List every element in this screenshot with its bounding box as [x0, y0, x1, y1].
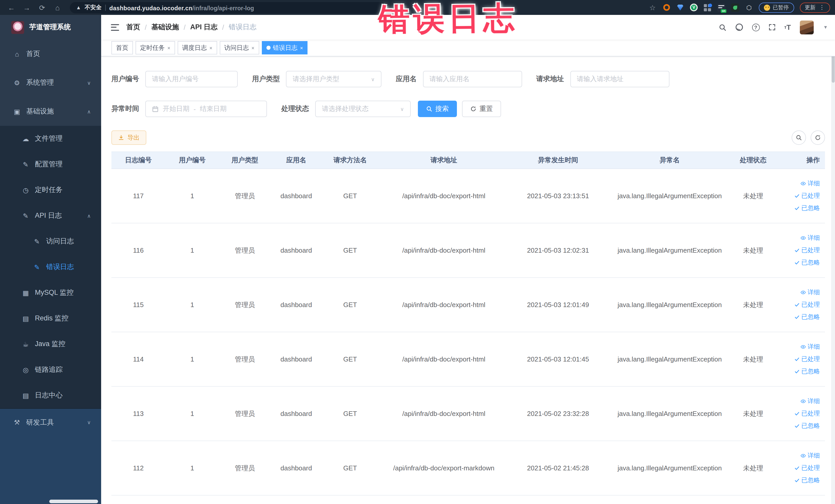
back-icon[interactable]: ← — [5, 2, 18, 13]
toggle-search-button[interactable] — [791, 130, 806, 145]
action-已忽略[interactable]: 已忽略 — [794, 204, 820, 213]
process-status-select[interactable]: 请选择处理状态∨ — [315, 101, 411, 117]
cell-method: GET — [322, 410, 378, 418]
user-id-input[interactable]: 请输入用户编号 — [145, 71, 238, 87]
browser-menu-icon[interactable]: ⋮ — [819, 4, 825, 11]
sidebar-item-API 日志[interactable]: ✎API 日志∧ — [0, 203, 101, 228]
hamburger-icon[interactable] — [111, 24, 119, 31]
sidebar-item-首页[interactable]: ⌂首页 — [0, 40, 101, 68]
page-scrollbar[interactable] — [831, 15, 835, 504]
action-已忽略[interactable]: 已忽略 — [794, 258, 820, 267]
tab-首页[interactable]: 首页 — [111, 41, 133, 55]
reload-icon[interactable]: ⟳ — [36, 2, 48, 13]
sidebar-item-Java 监控[interactable]: ☕Java 监控 — [0, 331, 101, 357]
breadcrumb-item-首页[interactable]: 首页 — [126, 23, 140, 32]
action-已处理[interactable]: 已处理 — [794, 464, 820, 472]
profile-paused-pill[interactable]: 已暂停 — [759, 2, 794, 13]
app-logo-row[interactable]: 芋道管理系统 — [0, 15, 101, 40]
sidebar-item-Redis 监控[interactable]: ▤Redis 监控 — [0, 305, 101, 331]
close-icon[interactable]: × — [251, 45, 254, 51]
extension-leaf-icon[interactable] — [731, 3, 739, 12]
bookmark-star-icon[interactable]: ☆ — [648, 3, 657, 12]
action-已处理[interactable]: 已处理 — [794, 300, 820, 309]
request-url-input[interactable]: 请输入请求地址 — [570, 71, 669, 87]
address-bar[interactable]: ▲ 不安全 dashboard.yudao.iocoder.cn/infra/l… — [70, 2, 387, 13]
close-icon[interactable]: × — [300, 45, 303, 51]
search-button[interactable]: 搜索 — [418, 101, 457, 117]
close-icon[interactable]: × — [209, 45, 212, 51]
tab-定时任务[interactable]: 定时任务× — [136, 41, 175, 55]
extension-on-icon[interactable]: on — [717, 3, 726, 12]
action-已处理[interactable]: 已处理 — [794, 355, 820, 364]
action-已忽略[interactable]: 已忽略 — [794, 476, 820, 485]
search-icon[interactable] — [718, 23, 726, 31]
search-icon — [426, 106, 432, 112]
action-详细[interactable]: 详细 — [800, 451, 820, 460]
sidebar-item-配置管理[interactable]: ✎配置管理 — [0, 152, 101, 177]
sidebar-item-系统管理[interactable]: ⚙系统管理∨ — [0, 68, 101, 97]
extension-orange-icon[interactable] — [662, 3, 670, 12]
user-avatar[interactable] — [799, 20, 813, 34]
sidebar-item-MySQL 监控[interactable]: ▦MySQL 监控 — [0, 280, 101, 305]
search-icon — [795, 135, 802, 141]
action-详细[interactable]: 详细 — [800, 179, 820, 188]
help-icon[interactable]: ? — [752, 23, 759, 31]
extension-shield-icon[interactable] — [676, 3, 684, 12]
eye-icon — [800, 289, 806, 295]
action-详细[interactable]: 详细 — [800, 343, 820, 351]
sidebar-scrollbar[interactable] — [49, 499, 98, 503]
extension-green-icon[interactable]: V — [690, 4, 698, 11]
breadcrumb-item-API 日志[interactable]: API 日志 — [190, 23, 218, 32]
sidebar-item-访问日志[interactable]: ✎访问日志 — [0, 228, 101, 254]
cell-user_id: 1 — [165, 355, 219, 363]
action-已处理[interactable]: 已处理 — [794, 409, 820, 418]
error-log-table: 日志编号用户编号用户类型应用名请求方法名请求地址异常发生时间异常名处理状态操作 … — [111, 152, 825, 496]
table-row-116: 1161管理员dashboardGET/api/infra/db-doc/exp… — [111, 223, 825, 278]
font-size-icon[interactable]: тT — [784, 23, 791, 31]
refresh-table-button[interactable] — [810, 130, 825, 145]
forward-icon[interactable]: → — [21, 2, 33, 13]
action-详细[interactable]: 详细 — [800, 234, 820, 242]
reset-button[interactable]: 重置 — [462, 101, 501, 117]
sidebar-item-label: 日志中心 — [35, 391, 63, 400]
tab-调度日志[interactable]: 调度日志× — [178, 41, 217, 55]
column-header-操作: 操作 — [774, 156, 820, 165]
page-content: 用户编号 请输入用户编号 用户类型 请选择用户类型∨ 应用名 请输入应用名 请求… — [101, 57, 835, 504]
app-name-input[interactable]: 请输入应用名 — [423, 71, 522, 87]
sidebar-menu: ⌂首页⚙系统管理∨▣基础设施∧☁文件管理✎配置管理◷定时任务✎API 日志∧✎访… — [0, 40, 101, 436]
action-已处理[interactable]: 已处理 — [794, 191, 820, 200]
close-icon[interactable]: × — [167, 45, 170, 51]
column-header-用户编号: 用户编号 — [165, 156, 219, 165]
github-icon[interactable] — [735, 23, 743, 31]
sidebar-item-定时任务[interactable]: ◷定时任务 — [0, 177, 101, 203]
cell-time: 2021-05-03 12:01:49 — [509, 301, 607, 309]
user-type-select[interactable]: 请选择用户类型∨ — [286, 71, 382, 87]
export-button[interactable]: 导出 — [111, 130, 146, 145]
action-已处理[interactable]: 已处理 — [794, 246, 820, 255]
cell-url: /api/infra/db-doc/export-html — [378, 246, 509, 254]
fullscreen-icon[interactable] — [768, 24, 775, 31]
tab-访问日志[interactable]: 访问日志× — [220, 41, 259, 55]
exception-time-range-picker[interactable]: 开始日期 - 结束日期 — [145, 101, 267, 117]
update-button[interactable]: 更新 ⋮ — [799, 2, 830, 13]
action-已忽略[interactable]: 已忽略 — [794, 313, 820, 321]
sidebar-item-研发工具[interactable]: ⚒研发工具∨ — [0, 408, 101, 436]
tab-错误日志[interactable]: 错误日志× — [262, 41, 308, 55]
avatar-caret-icon[interactable]: ▼ — [823, 25, 828, 30]
home-icon[interactable]: ⌂ — [51, 2, 64, 13]
sidebar-item-错误日志[interactable]: ✎错误日志 — [0, 254, 101, 280]
action-详细[interactable]: 详细 — [800, 397, 820, 406]
extensions-puzzle-icon[interactable]: ⬡ — [745, 3, 753, 12]
action-已忽略[interactable]: 已忽略 — [794, 422, 820, 430]
sidebar-item-文件管理[interactable]: ☁文件管理 — [0, 126, 101, 152]
sidebar-item-label: 错误日志 — [46, 262, 74, 271]
tags-view: 首页定时任务×调度日志×访问日志×错误日志× — [101, 40, 835, 57]
action-已忽略[interactable]: 已忽略 — [794, 367, 820, 376]
filter-row-2: 异常时间 开始日期 - 结束日期 处理状态 请选择处理状态∨ 搜索 重置 — [111, 101, 825, 117]
sidebar-item-基础设施[interactable]: ▣基础设施∧ — [0, 97, 101, 126]
breadcrumb-item-基础设施[interactable]: 基础设施 — [151, 23, 179, 32]
sidebar-item-链路追踪[interactable]: ◎链路追踪 — [0, 357, 101, 383]
action-详细[interactable]: 详细 — [800, 288, 820, 297]
extension-grid-icon[interactable] — [703, 3, 712, 12]
sidebar-item-日志中心[interactable]: ▤日志中心 — [0, 383, 101, 408]
